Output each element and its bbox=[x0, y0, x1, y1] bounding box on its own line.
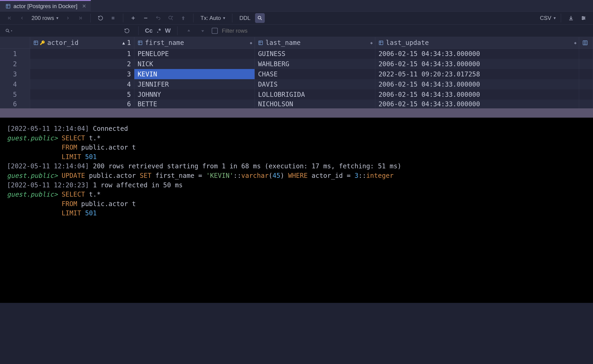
splitter[interactable] bbox=[0, 108, 593, 118]
column-header-last-name[interactable]: last_name ◆ bbox=[255, 37, 375, 48]
export-label: CSV bbox=[540, 15, 551, 21]
table-row[interactable]: 22NICKWAHLBERG2006-02-15 04:34:33.000000 bbox=[0, 59, 593, 69]
history-icon[interactable] bbox=[122, 26, 132, 36]
row-number[interactable]: 6 bbox=[0, 100, 30, 108]
submit-button[interactable] bbox=[178, 13, 188, 23]
export-dropdown[interactable]: CSV ▾ bbox=[540, 15, 556, 21]
cell-spacer[interactable] bbox=[579, 59, 593, 69]
rows-label: 200 rows bbox=[32, 15, 54, 21]
match-case-toggle[interactable]: Cc bbox=[145, 27, 153, 34]
svg-rect-0 bbox=[6, 4, 10, 8]
console-line: [2022-05-11 12:14:04] 200 rows retrieved… bbox=[7, 162, 586, 171]
column-picker[interactable] bbox=[579, 37, 593, 48]
cell-last-update[interactable]: 2006-02-15 04:34:33.000000 bbox=[375, 49, 579, 59]
separator bbox=[561, 14, 561, 22]
cell-last-update[interactable]: 2006-02-15 04:34:33.000000 bbox=[375, 100, 579, 108]
cell-first-name[interactable]: PENELOPE bbox=[134, 49, 255, 59]
column-menu-icon[interactable]: ◆ bbox=[250, 40, 252, 45]
filter-checkbox[interactable] bbox=[212, 28, 218, 34]
cell-last-update[interactable]: 2006-02-15 04:34:33.000000 bbox=[375, 79, 579, 89]
tab-actor[interactable]: actor [Postgres in Docker] ✕ bbox=[0, 0, 91, 11]
cell-actor-id[interactable]: 3 bbox=[30, 69, 134, 79]
tx-dropdown[interactable]: Tx: Auto ▾ bbox=[199, 15, 227, 21]
cell-first-name[interactable]: NICK bbox=[134, 59, 255, 69]
column-name: first_name bbox=[145, 39, 184, 46]
rows-dropdown[interactable]: 200 rows ▾ bbox=[30, 15, 60, 21]
cell-spacer[interactable] bbox=[579, 69, 593, 79]
table-row[interactable]: 44JENNIFERDAVIS2006-02-15 04:34:33.00000… bbox=[0, 79, 593, 89]
cell-spacer[interactable] bbox=[579, 49, 593, 59]
console-line: [2022-05-11 12:14:04] Connected bbox=[7, 124, 586, 134]
cell-last-update[interactable]: 2006-02-15 04:34:33.000000 bbox=[375, 59, 579, 69]
cell-last-name[interactable]: LOLLOBRIGIDA bbox=[255, 89, 375, 100]
primary-key-icon: 🔑 bbox=[40, 40, 45, 45]
preview-changes-button[interactable] bbox=[166, 13, 176, 23]
column-header-first-name[interactable]: first_name ◆ bbox=[134, 37, 255, 48]
column-name: actor_id bbox=[47, 39, 78, 46]
next-match-button[interactable] bbox=[198, 26, 208, 36]
cell-actor-id[interactable]: 4 bbox=[30, 79, 134, 89]
page-last-button[interactable] bbox=[76, 13, 85, 23]
cell-last-name[interactable]: DAVIS bbox=[255, 79, 375, 89]
table-row[interactable]: 66BETTENICHOLSON2006-02-15 04:34:33.0000… bbox=[0, 100, 593, 108]
column-menu-icon[interactable]: ◆ bbox=[574, 40, 577, 45]
table-row[interactable]: 33KEVINCHASE2022-05-11 09:20:23.017258 bbox=[0, 69, 593, 79]
cell-actor-id[interactable]: 5 bbox=[30, 89, 134, 100]
settings-icon[interactable] bbox=[579, 13, 588, 23]
row-number[interactable]: 4 bbox=[0, 79, 30, 89]
close-icon[interactable]: ✕ bbox=[82, 3, 86, 9]
table-row[interactable]: 55JOHNNYLOLLOBRIGIDA2006-02-15 04:34:33.… bbox=[0, 89, 593, 100]
cell-spacer[interactable] bbox=[579, 100, 593, 108]
remove-row-button[interactable] bbox=[141, 13, 150, 23]
column-icon bbox=[378, 40, 384, 46]
row-number[interactable]: 2 bbox=[0, 59, 30, 69]
separator bbox=[138, 26, 138, 35]
download-button[interactable] bbox=[566, 13, 576, 23]
page-prev-button[interactable] bbox=[17, 13, 27, 23]
tab-bar: actor [Postgres in Docker] ✕ bbox=[0, 0, 593, 12]
reload-button[interactable] bbox=[96, 13, 105, 23]
cell-actor-id[interactable]: 1 bbox=[30, 49, 134, 59]
cell-last-name[interactable]: GUINESS bbox=[255, 49, 375, 59]
cell-first-name[interactable]: JENNIFER bbox=[134, 79, 255, 89]
column-header-last-update[interactable]: last_update ◆ bbox=[375, 37, 579, 48]
cell-last-update[interactable]: 2006-02-15 04:34:33.000000 bbox=[375, 89, 579, 100]
row-number[interactable]: 1 bbox=[0, 49, 30, 59]
grid-header: 🔑 actor_id ▴ 1 first_name ◆ last_name ◆ … bbox=[0, 37, 593, 49]
column-menu-icon[interactable]: ◆ bbox=[370, 40, 373, 45]
page-first-button[interactable] bbox=[5, 13, 14, 23]
stop-button[interactable] bbox=[108, 13, 118, 23]
cell-first-name[interactable]: JOHNNY bbox=[134, 89, 255, 100]
cell-last-name[interactable]: NICHOLSON bbox=[255, 100, 375, 108]
cell-first-name[interactable]: BETTE bbox=[134, 100, 255, 108]
regex-toggle[interactable]: .* bbox=[157, 27, 161, 34]
add-row-button[interactable] bbox=[128, 13, 138, 23]
search-toggle-button[interactable] bbox=[255, 13, 265, 23]
cell-last-update[interactable]: 2022-05-11 09:20:23.017258 bbox=[375, 69, 579, 79]
console-line: guest.public> SELECT t.* bbox=[7, 134, 586, 143]
cell-actor-id[interactable]: 2 bbox=[30, 59, 134, 69]
filter-rows-input[interactable] bbox=[222, 27, 282, 34]
cell-spacer[interactable] bbox=[579, 79, 593, 89]
cell-actor-id[interactable]: 6 bbox=[30, 100, 134, 108]
row-number[interactable]: 5 bbox=[0, 89, 30, 100]
ddl-button[interactable]: DDL bbox=[237, 15, 252, 21]
row-number[interactable]: 3 bbox=[0, 69, 30, 79]
cell-first-name[interactable]: KEVIN bbox=[134, 69, 255, 79]
prev-match-button[interactable] bbox=[184, 26, 194, 36]
svg-line-12 bbox=[261, 19, 262, 20]
column-header-actor-id[interactable]: 🔑 actor_id ▴ 1 bbox=[30, 37, 134, 48]
separator bbox=[177, 26, 177, 35]
cell-last-name[interactable]: CHASE bbox=[255, 69, 375, 79]
output-console[interactable]: [2022-05-11 12:14:04] Connected guest.pu… bbox=[0, 118, 593, 303]
table-row[interactable]: 11PENELOPEGUINESS2006-02-15 04:34:33.000… bbox=[0, 49, 593, 59]
column-icon bbox=[137, 40, 143, 46]
svg-rect-29 bbox=[259, 41, 263, 45]
column-name: last_update bbox=[386, 39, 429, 46]
cell-last-name[interactable]: WAHLBERG bbox=[255, 59, 375, 69]
cell-spacer[interactable] bbox=[579, 89, 593, 100]
page-next-button[interactable] bbox=[63, 13, 73, 23]
words-toggle[interactable]: W bbox=[165, 27, 171, 34]
revert-button[interactable] bbox=[153, 13, 163, 23]
search-icon[interactable]: ▾ bbox=[5, 26, 13, 36]
